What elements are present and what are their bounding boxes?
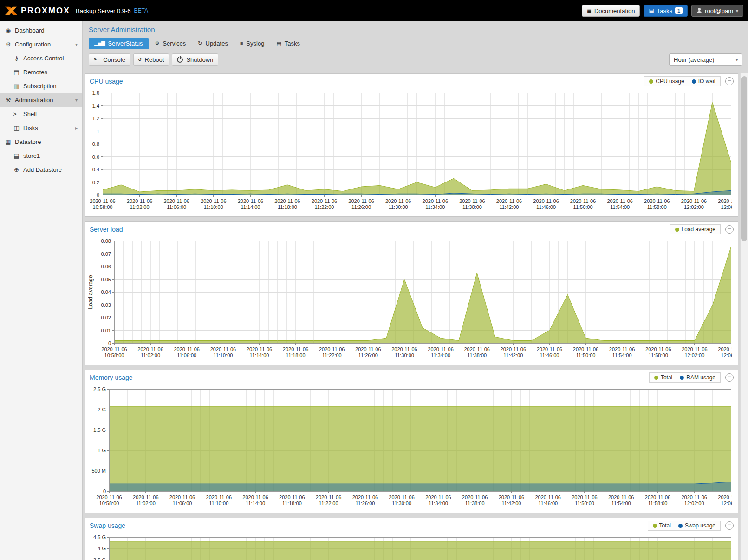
svg-text:1.6: 1.6: [92, 90, 99, 96]
svg-text:2020-11-06: 2020-11-06: [312, 198, 337, 204]
sidebar-item-configuration[interactable]: ⚙Configuration▾: [0, 37, 82, 51]
svg-text:0.4: 0.4: [92, 167, 99, 172]
svg-text:11:30:00: 11:30:00: [395, 352, 414, 358]
user-menu-button[interactable]: root@pam ▾: [691, 5, 743, 17]
sidebar-item-add-datastore[interactable]: ⊕Add Datastore: [0, 163, 82, 176]
timeframe-select[interactable]: Hour (average) ▾: [669, 53, 742, 66]
user-icon: [696, 8, 702, 13]
toolbar-button-label: Reboot: [145, 56, 164, 63]
shutdown-button[interactable]: Shutdown: [172, 53, 218, 66]
documentation-button[interactable]: ≣ Documentation: [582, 5, 640, 17]
legend-label: Load average: [682, 226, 715, 233]
documentation-label: Documentation: [594, 7, 635, 14]
beta-link[interactable]: BETA: [134, 7, 148, 14]
svg-text:11:10:00: 11:10:00: [209, 501, 228, 506]
chevron-right-icon: ▸: [75, 125, 78, 130]
svg-text:2020-11-06: 2020-11-06: [274, 198, 300, 204]
svg-text:1.2: 1.2: [92, 116, 99, 121]
svg-text:11:46:00: 11:46:00: [540, 352, 559, 358]
svg-text:2020-11-06: 2020-11-06: [609, 346, 635, 352]
svg-text:2020-11-06: 2020-11-06: [352, 495, 378, 500]
sidebar-item-shell[interactable]: >_Shell: [0, 107, 82, 121]
sidebar-item-datastore[interactable]: ▦Datastore: [0, 135, 82, 149]
svg-text:11:42:00: 11:42:00: [501, 501, 521, 506]
svg-text:2020-11-06: 2020-11-06: [101, 346, 127, 352]
tab-tasks[interactable]: ▤Tasks: [271, 38, 306, 49]
sidebar-item-label: Add Datastore: [23, 166, 62, 173]
sidebar-item-remotes[interactable]: ▤Remotes: [0, 65, 82, 79]
svg-text:11:02:00: 11:02:00: [141, 352, 160, 358]
legend-item-swap-usage: Swap usage: [678, 522, 715, 529]
svg-text:2020-11-06: 2020-11-06: [462, 495, 488, 500]
svg-text:11:22:00: 11:22:00: [322, 352, 342, 358]
top-header: PROXMOX Backup Server 0.9-6 BETA ≣ Docum…: [0, 0, 748, 21]
svg-text:11:46:00: 11:46:00: [536, 204, 556, 210]
svg-text:2020-11-06: 2020-11-06: [385, 198, 411, 204]
tab-syslog[interactable]: ≡Syslog: [234, 38, 270, 49]
subscription-icon: ▥: [12, 83, 21, 90]
tab-serverstatus[interactable]: ▂▅▇ServerStatus: [89, 38, 149, 49]
tab-label: Tasks: [285, 40, 300, 47]
sidebar-item-label: store1: [23, 152, 40, 159]
svg-text:11:54:00: 11:54:00: [612, 352, 632, 358]
svg-text:Load average: Load average: [87, 275, 94, 309]
svg-text:11:38:00: 11:38:00: [467, 352, 487, 358]
svg-text:11:30:00: 11:30:00: [392, 501, 411, 506]
sidebar-item-administration[interactable]: ⚒Administration▾: [0, 93, 82, 107]
chevron-down-icon: ▾: [732, 57, 742, 62]
svg-text:2020-11-06: 2020-11-06: [279, 495, 305, 500]
svg-text:0.08: 0.08: [101, 238, 111, 244]
svg-text:11:02:00: 11:02:00: [130, 204, 150, 210]
main-content: Server Administration ▂▅▇ServerStatus⚙Se…: [83, 21, 748, 560]
svg-text:2020-11-06: 2020-11-06: [573, 346, 598, 352]
collapse-icon[interactable]: −: [725, 77, 734, 85]
panel-server-load: Server loadLoad average−00.010.020.030.0…: [85, 221, 738, 365]
panel-memory-usage: Memory usageTotalRAM usage−0500 M1 G1.5 …: [85, 370, 738, 513]
reboot-button[interactable]: ↺Reboot: [133, 53, 169, 66]
sidebar-item-access-control[interactable]: ⚷Access Control: [0, 51, 82, 65]
sidebar-item-subscription[interactable]: ▥Subscription: [0, 79, 82, 93]
sidebar-item-store1[interactable]: ▤store1: [0, 149, 82, 163]
chart-svg: 0500 M1 G1.5 G2 G2.5 G2020-11-0610:58:00…: [86, 385, 732, 509]
svg-text:2020-11-06: 2020-11-06: [533, 198, 559, 204]
svg-text:2020-11-06: 2020-11-06: [718, 198, 732, 204]
svg-text:11:06:00: 11:06:00: [172, 501, 192, 506]
svg-text:0: 0: [97, 192, 99, 198]
sidebar-item-label: Datastore: [15, 138, 41, 145]
panel-title: Server load: [90, 226, 123, 233]
tasks-badge: 1: [675, 7, 683, 14]
remotes-icon: ▤: [12, 69, 21, 76]
svg-text:0: 0: [103, 488, 106, 494]
svg-text:0: 0: [108, 340, 111, 346]
collapse-icon[interactable]: −: [725, 373, 734, 382]
svg-text:11:06:00: 11:06:00: [177, 352, 196, 358]
svg-text:10:58:00: 10:58:00: [93, 204, 113, 210]
disk-icon: ◫: [12, 124, 21, 131]
collapse-icon[interactable]: −: [725, 225, 734, 234]
svg-text:2020-11-06: 2020-11-06: [425, 495, 451, 500]
wrench-icon: ⚒: [4, 97, 13, 104]
svg-text:2020-11-06: 2020-11-06: [133, 495, 158, 500]
book-icon: ≣: [587, 8, 592, 13]
svg-text:2020-11-06: 2020-11-06: [137, 346, 163, 352]
tab-bar: ▂▅▇ServerStatus⚙Services↻Updates≡Syslog▤…: [89, 38, 742, 49]
svg-text:2020-11-06: 2020-11-06: [348, 198, 374, 204]
sidebar-item-disks[interactable]: ◫Disks▸: [0, 121, 82, 135]
tasks-icon: ▤: [649, 8, 654, 13]
tasks-button[interactable]: ▤ Tasks 1: [644, 5, 688, 17]
legend-item-io-wait: IO wait: [692, 78, 715, 85]
dashboard-icon: ◉: [4, 27, 13, 34]
vertical-scrollbar[interactable]: [740, 73, 748, 560]
scrollbar-thumb[interactable]: [741, 76, 747, 241]
svg-text:2020-11-06: 2020-11-06: [96, 495, 122, 500]
svg-text:2020-11-06: 2020-11-06: [572, 495, 597, 500]
reboot-icon: ↺: [138, 57, 142, 62]
collapse-icon[interactable]: −: [725, 521, 734, 530]
tab-updates[interactable]: ↻Updates: [192, 38, 234, 49]
chart-legend: Load average: [670, 224, 721, 234]
svg-text:2020-11-06: 2020-11-06: [681, 495, 707, 500]
console-button[interactable]: >_Console: [89, 53, 130, 66]
svg-text:11:18:00: 11:18:00: [282, 501, 302, 506]
tab-services[interactable]: ⚙Services: [150, 38, 192, 49]
sidebar-item-dashboard[interactable]: ◉Dashboard: [0, 23, 82, 37]
